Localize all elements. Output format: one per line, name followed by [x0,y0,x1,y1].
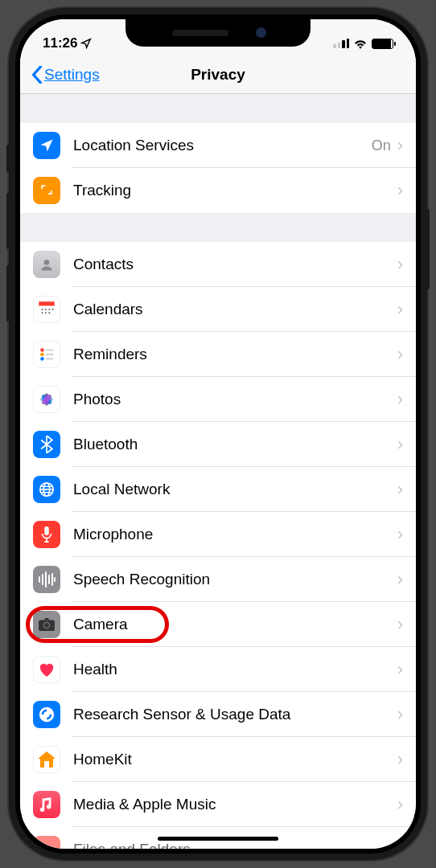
row-media-music[interactable]: Media & Apple Music › [20,782,416,827]
research-icon [33,701,60,728]
row-label: Calendars [73,301,397,318]
microphone-icon [33,521,60,548]
section-gap [20,213,416,242]
cellular-signal-icon [333,39,349,49]
back-button[interactable]: Settings [31,66,100,84]
section-2: Contacts › Calendars › Reminders › [20,242,416,849]
row-label: Files and Folders [73,841,397,849]
svg-point-3 [42,309,43,310]
row-label: Microphone [73,526,397,543]
row-camera[interactable]: Camera › [20,602,416,647]
chevron-right-icon: › [397,704,403,725]
row-bluetooth[interactable]: Bluetooth › [20,422,416,467]
svg-point-9 [48,312,50,313]
row-photos[interactable]: Photos › [20,377,416,422]
svg-rect-39 [44,761,49,768]
row-label: Contacts [73,256,397,273]
page-title: Privacy [191,66,245,84]
chevron-right-icon: › [397,254,403,275]
chevron-right-icon: › [397,839,403,849]
row-value: On [372,137,391,154]
svg-rect-11 [46,350,53,351]
row-homekit[interactable]: HomeKit › [20,737,416,782]
status-time: 11:26 [43,35,77,51]
nav-bar: Settings Privacy [20,59,416,94]
bluetooth-icon [33,431,60,458]
svg-point-6 [52,309,54,310]
chevron-right-icon: › [397,569,403,590]
svg-point-38 [44,623,48,627]
speech-recognition-icon [33,566,60,593]
row-location-services[interactable]: Location Services On › [20,123,416,168]
row-label: Location Services [73,137,372,154]
svg-point-10 [40,348,44,352]
tracking-icon [33,177,60,204]
row-label: HomeKit [73,751,397,768]
row-label: Media & Apple Music [73,796,397,813]
battery-icon [372,39,393,49]
back-button-label: Settings [44,66,100,84]
volume-up-button [6,193,10,249]
notch [125,19,311,47]
row-calendars[interactable]: Calendars › [20,287,416,332]
location-indicator-icon [80,38,92,49]
row-label: Bluetooth [73,436,397,453]
camera-icon [33,611,60,638]
wifi-icon [353,38,368,49]
row-research[interactable]: Research Sensor & Usage Data › [20,692,416,737]
svg-rect-2 [39,306,55,317]
svg-point-12 [40,353,44,357]
svg-point-0 [44,260,50,265]
row-health[interactable]: Health › [20,647,416,692]
row-contacts[interactable]: Contacts › [20,242,416,287]
section-gap [20,94,416,123]
svg-rect-15 [46,358,53,360]
music-icon [33,791,60,818]
location-arrow-icon [33,132,60,159]
files-folders-icon [33,836,60,849]
row-label: Research Sensor & Usage Data [73,706,397,723]
chevron-right-icon: › [397,389,403,410]
row-label: Speech Recognition [73,571,397,588]
svg-rect-29 [44,526,49,535]
row-reminders[interactable]: Reminders › [20,332,416,377]
power-button [426,209,430,289]
chevron-right-icon: › [397,524,403,545]
health-icon [33,656,60,683]
svg-rect-1 [39,301,55,305]
calendar-icon [33,296,60,323]
row-label: Camera [73,616,397,633]
svg-point-7 [42,312,43,313]
local-network-icon [33,476,60,503]
contacts-icon [33,251,60,278]
row-label: Reminders [73,346,397,363]
chevron-right-icon: › [397,794,403,815]
chevron-right-icon: › [397,344,403,365]
screen: 11:26 Settings Privacy [20,19,416,849]
row-label: Health [73,661,397,678]
row-tracking[interactable]: Tracking › [20,168,416,213]
row-label: Photos [73,391,397,408]
chevron-right-icon: › [397,749,403,770]
row-microphone[interactable]: Microphone › [20,512,416,557]
chevron-right-icon: › [397,614,403,635]
home-indicator[interactable] [158,837,278,841]
homekit-icon [33,746,60,773]
row-local-network[interactable]: Local Network › [20,467,416,512]
chevron-right-icon: › [397,299,403,320]
row-label: Local Network [73,481,397,498]
svg-point-14 [40,357,44,361]
svg-point-5 [48,309,50,310]
chevron-left-icon [31,66,43,84]
reminders-icon [33,341,60,368]
chevron-right-icon: › [397,135,403,156]
photos-icon [33,386,60,413]
phone-frame: 11:26 Settings Privacy [9,8,427,860]
svg-point-4 [45,309,47,310]
chevron-right-icon: › [397,479,403,500]
chevron-right-icon: › [397,434,403,455]
svg-rect-13 [46,354,53,355]
row-speech-recognition[interactable]: Speech Recognition › [20,557,416,602]
svg-point-8 [45,312,47,313]
mute-switch [6,145,10,173]
